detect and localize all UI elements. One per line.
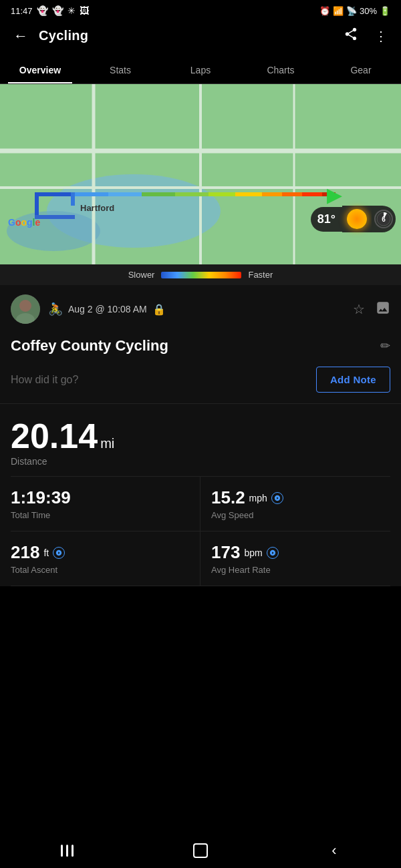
alarm-icon: ⏰ [319, 6, 330, 16]
note-placeholder[interactable]: How did it go? [11, 374, 78, 386]
activity-title-row: Coffey County Cycling ✏ [0, 331, 401, 357]
status-right: ⏰ 📶 📡 30% 🔋 [319, 6, 390, 16]
svg-text:+: + [386, 301, 388, 307]
snapchat-icon2: 👻 [52, 5, 63, 16]
map-location-label: Hartford [80, 203, 114, 213]
user-avatar [11, 294, 40, 324]
share-icon[interactable] [338, 24, 364, 47]
svg-rect-9 [35, 192, 75, 196]
slower-label: Slower [128, 270, 155, 280]
star-icon[interactable]: ☆ [353, 301, 365, 317]
total-ascent-value: 218 [11, 542, 39, 563]
map-background: Hartford Google ▶ 81° 6 [0, 84, 401, 264]
time-display: 11:47 [11, 6, 33, 16]
distance-value: 20.14 [11, 417, 98, 455]
back-arrow-icon: ‹ [331, 842, 336, 859]
lock-icon: 🔒 [152, 303, 166, 316]
svg-rect-12 [75, 192, 108, 196]
avg-heart-rate-stat: 173 bpm Avg Heart Rate [200, 531, 390, 586]
avg-heart-rate-live-icon [267, 547, 279, 559]
avg-heart-rate-label: Avg Heart Rate [211, 565, 390, 575]
note-section: How did it go? Add Note [0, 357, 401, 404]
svg-rect-20 [302, 192, 322, 196]
avg-speed-unit: mph [249, 493, 267, 503]
avg-speed-live-icon [271, 492, 283, 504]
battery-display: 30% [360, 6, 377, 16]
total-time-value: 1:19:39 [11, 487, 71, 508]
back-button[interactable]: ← [8, 25, 33, 47]
total-time-stat: 1:19:39 Total Time [11, 477, 200, 531]
map-view[interactable]: Hartford Google ▶ 81° 6 [0, 84, 401, 264]
tab-charts[interactable]: Charts [241, 55, 321, 83]
more-options-icon[interactable]: ⋮ [369, 25, 393, 47]
svg-rect-19 [282, 192, 302, 196]
speed-legend: Slower Faster [0, 264, 401, 285]
svg-rect-17 [235, 192, 262, 196]
total-time-label: Total Time [11, 510, 189, 520]
tab-laps[interactable]: Laps [160, 55, 241, 83]
total-ascent-stat: 218 ft Total Ascent [11, 531, 200, 586]
activity-title: Coffey County Cycling [11, 337, 168, 355]
snapchat-icon1: 👻 [37, 5, 48, 16]
status-bar: 11:47 👻 👻 ✳ 🖼 ⏰ 📶 📡 30% 🔋 [0, 0, 401, 19]
speed-gradient-bar [161, 272, 241, 278]
wifi-icon: 📶 [333, 6, 344, 16]
stats-section: 20.14mi Distance 1:19:39 Total Time 15.2… [0, 404, 401, 586]
nav-actions: ⋮ [338, 24, 393, 47]
svg-rect-11 [35, 215, 75, 219]
status-left: 11:47 👻 👻 ✳ 🖼 [11, 5, 89, 16]
total-ascent-label: Total Ascent [11, 565, 189, 575]
distance-label: Distance [11, 456, 390, 472]
activity-meta: 🚴 Aug 2 @ 10:08 AM 🔒 [48, 302, 345, 316]
signal-icon: 📡 [346, 6, 357, 16]
avg-speed-stat: 15.2 mph Avg Speed [200, 477, 390, 531]
avg-heart-rate-unit: bpm [244, 548, 262, 558]
tab-stats[interactable]: Stats [80, 55, 160, 83]
distance-stat: 20.14mi Distance [11, 404, 390, 477]
avg-heart-rate-value: 173 [211, 542, 240, 563]
add-note-button[interactable]: Add Note [316, 367, 390, 393]
edit-icon[interactable]: ✏ [380, 339, 390, 353]
sun-icon [342, 206, 372, 232]
cycling-icon: 🚴 [48, 302, 63, 316]
weather-overlay: 81° 6 [311, 206, 396, 232]
total-ascent-live-icon [53, 547, 65, 559]
google-logo: Google [8, 217, 40, 228]
activity-info-row: 🚴 Aug 2 @ 10:08 AM 🔒 ☆ + [0, 285, 401, 331]
tab-overview[interactable]: Overview [0, 55, 80, 83]
timer-display: 6 [372, 206, 396, 232]
back-button-nav[interactable]: ‹ [317, 837, 351, 864]
recents-button[interactable] [50, 837, 84, 864]
windmill-icon: ✳ [68, 5, 76, 16]
svg-point-24 [19, 300, 31, 312]
temperature-display: 81° [311, 207, 342, 232]
destination-marker: ▶ [327, 183, 342, 206]
battery-icon: 🔋 [380, 6, 390, 16]
stats-grid: 1:19:39 Total Time 15.2 mph Avg Speed 21… [11, 477, 390, 586]
svg-rect-10 [71, 192, 75, 206]
page-title: Cycling [39, 28, 333, 43]
total-ascent-unit: ft [43, 548, 49, 558]
bottom-nav: ‹ [0, 833, 401, 868]
map-roads-svg [0, 84, 401, 264]
photo-add-icon[interactable]: + [376, 300, 390, 318]
svg-rect-13 [108, 192, 142, 196]
distance-unit: mi [100, 436, 114, 451]
avg-speed-value: 15.2 [211, 487, 245, 508]
avg-speed-label: Avg Speed [211, 510, 390, 520]
activity-action-icons: ☆ + [353, 300, 390, 318]
nav-bar: ← Cycling ⋮ [0, 19, 401, 55]
home-square-icon [193, 843, 208, 858]
home-button[interactable] [184, 837, 217, 864]
svg-rect-14 [142, 192, 175, 196]
svg-rect-18 [262, 192, 282, 196]
faster-label: Faster [248, 270, 273, 280]
image-icon: 🖼 [80, 5, 89, 16]
svg-rect-16 [209, 192, 235, 196]
tab-bar: Overview Stats Laps Charts Gear [0, 55, 401, 84]
svg-rect-15 [175, 192, 209, 196]
tab-gear[interactable]: Gear [321, 55, 401, 83]
activity-date: Aug 2 @ 10:08 AM [68, 304, 147, 314]
